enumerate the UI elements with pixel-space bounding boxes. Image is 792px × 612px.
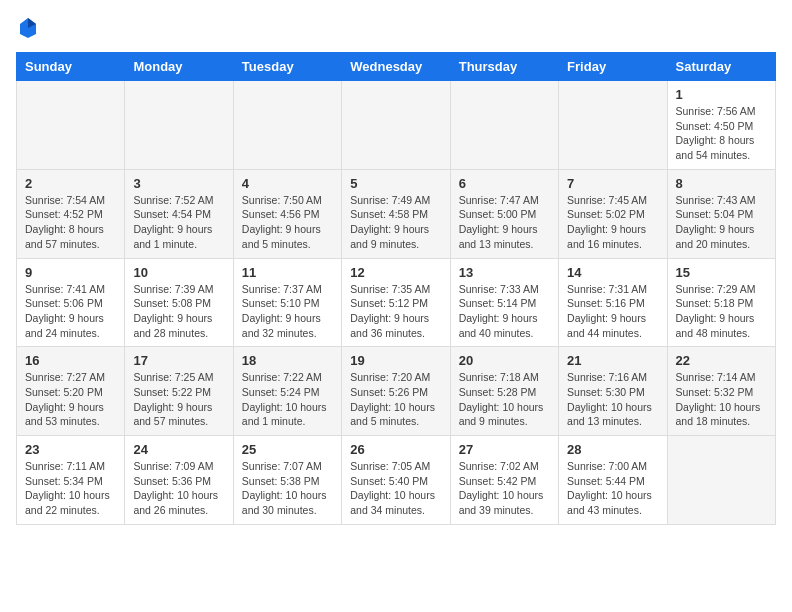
day-info: Sunrise: 7:49 AM Sunset: 4:58 PM Dayligh… [350,193,441,252]
day-info: Sunrise: 7:33 AM Sunset: 5:14 PM Dayligh… [459,282,550,341]
day-number: 1 [676,87,767,102]
day-number: 25 [242,442,333,457]
calendar-week-row: 16Sunrise: 7:27 AM Sunset: 5:20 PM Dayli… [17,347,776,436]
column-header-saturday: Saturday [667,53,775,81]
day-info: Sunrise: 7:37 AM Sunset: 5:10 PM Dayligh… [242,282,333,341]
day-info: Sunrise: 7:18 AM Sunset: 5:28 PM Dayligh… [459,370,550,429]
day-info: Sunrise: 7:11 AM Sunset: 5:34 PM Dayligh… [25,459,116,518]
day-number: 8 [676,176,767,191]
calendar-cell [667,436,775,525]
calendar-cell [233,81,341,170]
calendar-cell: 24Sunrise: 7:09 AM Sunset: 5:36 PM Dayli… [125,436,233,525]
day-number: 4 [242,176,333,191]
day-info: Sunrise: 7:56 AM Sunset: 4:50 PM Dayligh… [676,104,767,163]
day-info: Sunrise: 7:31 AM Sunset: 5:16 PM Dayligh… [567,282,658,341]
day-info: Sunrise: 7:27 AM Sunset: 5:20 PM Dayligh… [25,370,116,429]
day-number: 19 [350,353,441,368]
calendar-cell: 12Sunrise: 7:35 AM Sunset: 5:12 PM Dayli… [342,258,450,347]
calendar-cell: 17Sunrise: 7:25 AM Sunset: 5:22 PM Dayli… [125,347,233,436]
calendar-cell: 19Sunrise: 7:20 AM Sunset: 5:26 PM Dayli… [342,347,450,436]
day-info: Sunrise: 7:22 AM Sunset: 5:24 PM Dayligh… [242,370,333,429]
day-number: 24 [133,442,224,457]
day-number: 5 [350,176,441,191]
calendar-cell: 11Sunrise: 7:37 AM Sunset: 5:10 PM Dayli… [233,258,341,347]
day-info: Sunrise: 7:25 AM Sunset: 5:22 PM Dayligh… [133,370,224,429]
calendar: SundayMondayTuesdayWednesdayThursdayFrid… [16,52,776,525]
calendar-cell: 15Sunrise: 7:29 AM Sunset: 5:18 PM Dayli… [667,258,775,347]
calendar-header-row: SundayMondayTuesdayWednesdayThursdayFrid… [17,53,776,81]
calendar-cell: 6Sunrise: 7:47 AM Sunset: 5:00 PM Daylig… [450,169,558,258]
calendar-cell: 14Sunrise: 7:31 AM Sunset: 5:16 PM Dayli… [559,258,667,347]
day-info: Sunrise: 7:07 AM Sunset: 5:38 PM Dayligh… [242,459,333,518]
calendar-cell: 22Sunrise: 7:14 AM Sunset: 5:32 PM Dayli… [667,347,775,436]
calendar-cell: 5Sunrise: 7:49 AM Sunset: 4:58 PM Daylig… [342,169,450,258]
calendar-cell: 16Sunrise: 7:27 AM Sunset: 5:20 PM Dayli… [17,347,125,436]
calendar-week-row: 1Sunrise: 7:56 AM Sunset: 4:50 PM Daylig… [17,81,776,170]
day-info: Sunrise: 7:41 AM Sunset: 5:06 PM Dayligh… [25,282,116,341]
day-number: 23 [25,442,116,457]
logo-icon [16,16,40,40]
day-info: Sunrise: 7:50 AM Sunset: 4:56 PM Dayligh… [242,193,333,252]
day-info: Sunrise: 7:52 AM Sunset: 4:54 PM Dayligh… [133,193,224,252]
day-number: 14 [567,265,658,280]
day-number: 9 [25,265,116,280]
day-number: 18 [242,353,333,368]
column-header-monday: Monday [125,53,233,81]
day-number: 2 [25,176,116,191]
page-header [16,16,776,40]
day-info: Sunrise: 7:02 AM Sunset: 5:42 PM Dayligh… [459,459,550,518]
calendar-cell: 23Sunrise: 7:11 AM Sunset: 5:34 PM Dayli… [17,436,125,525]
day-number: 15 [676,265,767,280]
day-info: Sunrise: 7:54 AM Sunset: 4:52 PM Dayligh… [25,193,116,252]
day-number: 13 [459,265,550,280]
calendar-cell: 20Sunrise: 7:18 AM Sunset: 5:28 PM Dayli… [450,347,558,436]
calendar-cell: 18Sunrise: 7:22 AM Sunset: 5:24 PM Dayli… [233,347,341,436]
calendar-cell: 2Sunrise: 7:54 AM Sunset: 4:52 PM Daylig… [17,169,125,258]
day-info: Sunrise: 7:35 AM Sunset: 5:12 PM Dayligh… [350,282,441,341]
day-info: Sunrise: 7:29 AM Sunset: 5:18 PM Dayligh… [676,282,767,341]
day-number: 7 [567,176,658,191]
day-info: Sunrise: 7:47 AM Sunset: 5:00 PM Dayligh… [459,193,550,252]
column-header-thursday: Thursday [450,53,558,81]
day-number: 16 [25,353,116,368]
calendar-cell: 21Sunrise: 7:16 AM Sunset: 5:30 PM Dayli… [559,347,667,436]
calendar-cell: 28Sunrise: 7:00 AM Sunset: 5:44 PM Dayli… [559,436,667,525]
day-number: 28 [567,442,658,457]
day-number: 11 [242,265,333,280]
day-info: Sunrise: 7:05 AM Sunset: 5:40 PM Dayligh… [350,459,441,518]
day-info: Sunrise: 7:43 AM Sunset: 5:04 PM Dayligh… [676,193,767,252]
calendar-cell [342,81,450,170]
calendar-cell: 3Sunrise: 7:52 AM Sunset: 4:54 PM Daylig… [125,169,233,258]
day-number: 27 [459,442,550,457]
calendar-cell [450,81,558,170]
day-number: 3 [133,176,224,191]
calendar-cell: 25Sunrise: 7:07 AM Sunset: 5:38 PM Dayli… [233,436,341,525]
calendar-cell: 10Sunrise: 7:39 AM Sunset: 5:08 PM Dayli… [125,258,233,347]
column-header-friday: Friday [559,53,667,81]
day-number: 6 [459,176,550,191]
calendar-cell: 9Sunrise: 7:41 AM Sunset: 5:06 PM Daylig… [17,258,125,347]
calendar-cell: 1Sunrise: 7:56 AM Sunset: 4:50 PM Daylig… [667,81,775,170]
calendar-cell: 13Sunrise: 7:33 AM Sunset: 5:14 PM Dayli… [450,258,558,347]
calendar-week-row: 23Sunrise: 7:11 AM Sunset: 5:34 PM Dayli… [17,436,776,525]
calendar-cell: 8Sunrise: 7:43 AM Sunset: 5:04 PM Daylig… [667,169,775,258]
calendar-cell: 27Sunrise: 7:02 AM Sunset: 5:42 PM Dayli… [450,436,558,525]
column-header-tuesday: Tuesday [233,53,341,81]
day-number: 21 [567,353,658,368]
day-number: 17 [133,353,224,368]
day-info: Sunrise: 7:39 AM Sunset: 5:08 PM Dayligh… [133,282,224,341]
day-number: 22 [676,353,767,368]
calendar-cell: 7Sunrise: 7:45 AM Sunset: 5:02 PM Daylig… [559,169,667,258]
column-header-sunday: Sunday [17,53,125,81]
calendar-week-row: 2Sunrise: 7:54 AM Sunset: 4:52 PM Daylig… [17,169,776,258]
day-info: Sunrise: 7:45 AM Sunset: 5:02 PM Dayligh… [567,193,658,252]
day-info: Sunrise: 7:16 AM Sunset: 5:30 PM Dayligh… [567,370,658,429]
column-header-wednesday: Wednesday [342,53,450,81]
day-info: Sunrise: 7:09 AM Sunset: 5:36 PM Dayligh… [133,459,224,518]
day-number: 20 [459,353,550,368]
calendar-cell: 26Sunrise: 7:05 AM Sunset: 5:40 PM Dayli… [342,436,450,525]
day-info: Sunrise: 7:00 AM Sunset: 5:44 PM Dayligh… [567,459,658,518]
day-number: 10 [133,265,224,280]
calendar-cell [559,81,667,170]
calendar-week-row: 9Sunrise: 7:41 AM Sunset: 5:06 PM Daylig… [17,258,776,347]
